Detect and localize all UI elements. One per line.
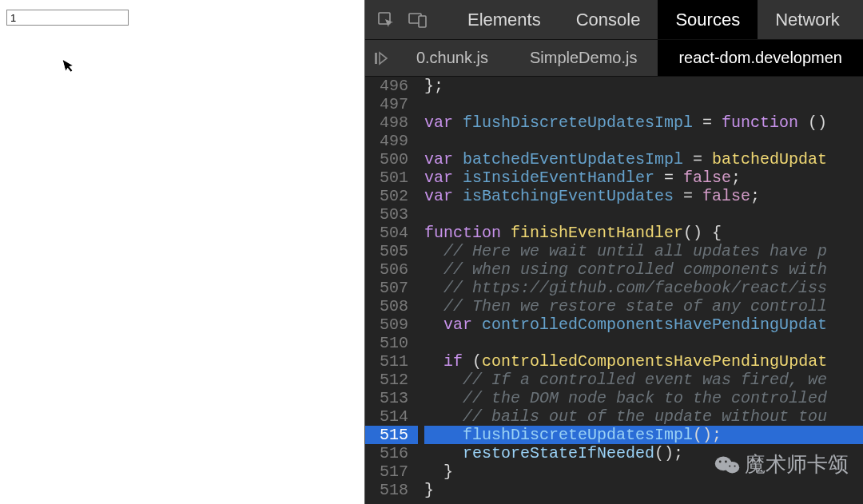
devtools-panel: Elements Console Sources Network 0.chunk…	[365, 0, 863, 504]
code-editor[interactable]: 4964974984995005015025035045055065075085…	[365, 77, 863, 504]
devtools-main-toolbar: Elements Console Sources Network	[365, 0, 863, 40]
tab-elements[interactable]: Elements	[450, 0, 559, 39]
file-tab-simpledemo[interactable]: SimpleDemo.js	[509, 40, 658, 76]
demo-text-input[interactable]	[6, 10, 129, 26]
rendered-page-pane	[0, 0, 365, 504]
svg-rect-3	[375, 53, 377, 64]
inspect-element-icon[interactable]	[373, 7, 399, 33]
tab-network[interactable]: Network	[758, 0, 857, 39]
file-tabs-bar: 0.chunk.js SimpleDemo.js react-dom.devel…	[365, 40, 863, 77]
code-content: }; var flushDiscreteUpdatesImpl = functi…	[418, 77, 863, 504]
tab-sources[interactable]: Sources	[658, 0, 758, 39]
file-tab-reactdom[interactable]: react-dom.developmen	[658, 40, 863, 76]
resume-script-icon[interactable]	[365, 40, 396, 76]
mouse-cursor-icon	[62, 58, 76, 76]
svg-rect-2	[419, 16, 426, 27]
tab-console[interactable]: Console	[559, 0, 658, 39]
file-tab-0chunk[interactable]: 0.chunk.js	[396, 40, 509, 76]
device-toolbar-icon[interactable]	[405, 7, 431, 33]
line-number-gutter: 4964974984995005015025035045055065075085…	[365, 77, 418, 504]
